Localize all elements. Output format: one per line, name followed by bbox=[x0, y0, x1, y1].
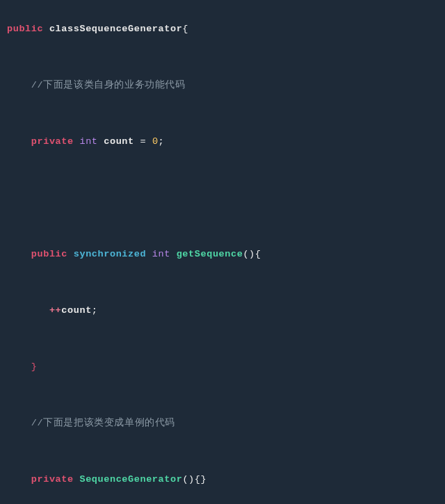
code-line: //下面是该类自身的业务功能代码 bbox=[7, 79, 435, 92]
paren-close: ) bbox=[249, 249, 255, 259]
code-line: ++count; bbox=[7, 304, 435, 318]
keyword-public: public bbox=[7, 24, 43, 34]
type-int: int bbox=[152, 249, 170, 259]
keyword-public: public bbox=[31, 249, 67, 259]
code-line: } bbox=[7, 360, 435, 374]
type-int: int bbox=[79, 136, 97, 147]
semicolon: ; bbox=[159, 136, 165, 147]
op-eq: = bbox=[140, 136, 146, 147]
class-name: classSequenceGenerator bbox=[49, 24, 182, 34]
comment: //下面是该类自身的业务功能代码 bbox=[31, 80, 186, 90]
code-line: private SequenceGenerator(){} bbox=[7, 473, 435, 487]
ident-count: count bbox=[104, 136, 134, 147]
code-line: //下面是把该类变成单例的代码 bbox=[7, 416, 435, 430]
brace-open: { bbox=[182, 24, 188, 34]
semicolon: ; bbox=[92, 305, 98, 316]
brace-open: { bbox=[255, 249, 261, 259]
keyword-private: private bbox=[31, 136, 74, 147]
ident-count: count bbox=[61, 305, 92, 316]
code-line: public classSequenceGenerator{ bbox=[7, 22, 435, 36]
paren-open: ( bbox=[182, 474, 188, 485]
code-line: private int count = 0; bbox=[7, 135, 435, 149]
code-block: public classSequenceGenerator{ //下面是该类自身… bbox=[0, 0, 445, 504]
ctor-name: SequenceGenerator bbox=[79, 474, 182, 485]
paren-open: ( bbox=[243, 249, 249, 259]
brace-close: } bbox=[31, 361, 38, 372]
keyword-synchronized: synchronized bbox=[74, 249, 146, 259]
comment: //下面是把该类变成单例的代码 bbox=[31, 418, 175, 428]
method-getSequence: getSequence bbox=[177, 249, 243, 259]
brace-close: } bbox=[200, 474, 207, 485]
keyword-private: private bbox=[31, 474, 74, 485]
paren-close: ) bbox=[188, 474, 195, 485]
code-line: public synchronized int getSequence(){ bbox=[7, 247, 435, 261]
literal-zero: 0 bbox=[152, 136, 159, 147]
op-increment: ++ bbox=[49, 305, 61, 316]
